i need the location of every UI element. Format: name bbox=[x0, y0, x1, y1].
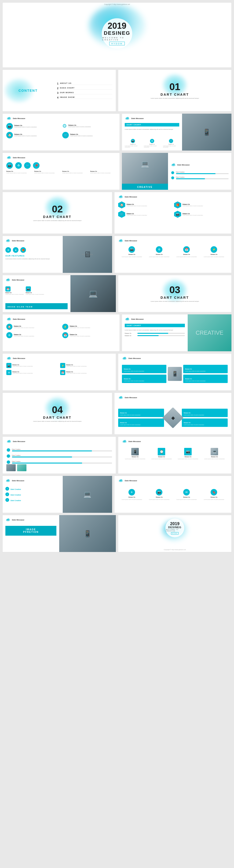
cb-dot-2 bbox=[6, 454, 10, 458]
cl-photo-icon: 💻 bbox=[83, 491, 92, 498]
cloud-icon-hex bbox=[118, 195, 123, 198]
cb-photo-row bbox=[6, 464, 112, 471]
slide-progress: Date Messase 📷 Dataes UsLorem ipsum dolo… bbox=[2, 353, 116, 391]
slide-dart-03: 03 DART CHART Lorem ipsum dolor sit amet… bbox=[118, 275, 232, 312]
b4icon-2: 📷 Dataes Us Lorem ipsum dolor sit amet c… bbox=[149, 489, 170, 500]
cloud-icon-cb bbox=[6, 439, 11, 443]
slide-header-1: Date Messase bbox=[6, 117, 116, 120]
bottom-icon-label-1: Dataes Us bbox=[130, 144, 135, 145]
2x2-item-2: ⚡ Dataes UsLorem ipsum dolor sit amet co… bbox=[62, 324, 116, 330]
icon-circle-3: 🏠 bbox=[6, 132, 13, 138]
b4icon-3: ✉ Dataes Us Lorem ipsum dolor sit amet c… bbox=[177, 489, 197, 500]
team-photo: 💻 bbox=[71, 275, 116, 312]
hex-label-2: Dataes Us bbox=[183, 204, 203, 205]
features-icons-row: ⚙ ★ 🎁 bbox=[5, 247, 60, 253]
image-team-left: Date Messase 📅 Dataes Us Lorem ipsum dol… bbox=[3, 275, 71, 312]
row-12: Date Messase ✓ Date Creative ✓ Date Crea… bbox=[2, 476, 232, 513]
item-text-4: IMAGE SHOW bbox=[60, 96, 112, 99]
cd-label-1: Dataes Us bbox=[120, 412, 127, 413]
cloud-icon-2 bbox=[125, 117, 130, 120]
dart-desc-01: Lorem ipsum dolor sit amet consectetur a… bbox=[151, 97, 199, 99]
4icon-circle-2: ⚙ bbox=[156, 246, 162, 253]
content-item-1: 1 ABOUT US bbox=[57, 82, 112, 85]
date-list-dot-3: ✓ bbox=[5, 498, 9, 502]
teal-box-label-2: Dataes Us bbox=[124, 378, 131, 379]
teal-box-desc-3: Lorem ipsum dolor sit amet consectetur bbox=[185, 370, 226, 372]
features-icon-2: ★ bbox=[13, 247, 19, 253]
dart-number-04: 04 bbox=[52, 405, 63, 415]
cb-row-3: Date Creative bbox=[6, 460, 112, 464]
hex-label-3: Dataes Us bbox=[127, 213, 147, 215]
cloud-icon-team bbox=[5, 278, 10, 282]
cb-row-2: Date Creative bbox=[6, 454, 112, 458]
item-text-1: ABOUT US bbox=[60, 82, 112, 85]
creative-bar-row-2: Date Creative bbox=[171, 176, 229, 180]
team-icon-desc-2: Lorem ipsum dolor sit amet consectetur bbox=[26, 294, 44, 295]
4icon-desc-4: Lorem ipsum dolor sit amet consectetur bbox=[204, 256, 225, 257]
dc-bar-label-2: Dataes Us bbox=[125, 335, 136, 336]
b4icon-circle-2: 📷 bbox=[156, 489, 162, 496]
features-watermark: PPT STORE bbox=[82, 254, 93, 255]
cb-bar-bg-3 bbox=[12, 463, 112, 464]
date-label-1: Date Messase bbox=[13, 117, 25, 120]
4ip-label-1: Dataes Us bbox=[132, 456, 138, 458]
dart-title-03: DART CHART bbox=[160, 296, 189, 300]
slide-final-hero: 2019 DESINEG WELCOME TO CREATIVE HYDO Co… bbox=[118, 515, 232, 552]
4icon-4: ⚡ Dataes Us Lorem ipsum dolor sit amet c… bbox=[204, 246, 225, 257]
cd-right: Dataes Us Lorem ipsum dolor sit amet con… bbox=[182, 409, 228, 427]
slide-dart-01: 01 DART CHART Lorem ipsum dolor sit amet… bbox=[118, 69, 232, 112]
slide-teal-boxes: Date Messase Dataes Us Lorem ipsum dolor… bbox=[118, 353, 232, 391]
cloud-icon-2x2 bbox=[6, 317, 11, 321]
4ip-desc-4: Lorem ipsum dolor sit amet consectetur bbox=[204, 458, 225, 460]
hero-circle: 2019 DESINEG WELCOME TO CREATIVE HYDOM bbox=[102, 19, 132, 49]
2x2-grid: 🏠 Dataes UsLorem ipsum dolor sit amet co… bbox=[6, 324, 116, 338]
hex-item-1: 🏠 Dataes UsLorem ipsum dolor sit amet co… bbox=[118, 202, 172, 209]
row-7: Date Messase 📅 Dataes Us Lorem ipsum dol… bbox=[2, 275, 232, 312]
4icon-label-2: Dataes Us bbox=[156, 254, 163, 255]
slide-header-3: Date Messase bbox=[6, 156, 116, 159]
cloud-icon-teal bbox=[122, 356, 127, 360]
icon-circle-1: 📷 bbox=[6, 123, 13, 129]
final-hero-circle: 2019 DESINEG WELCOME TO CREATIVE HYDO bbox=[165, 519, 184, 537]
slide-hero: Copyright © http://www.pptstore.net 2019… bbox=[2, 2, 232, 68]
svg-point-14 bbox=[120, 195, 122, 198]
b4icon-desc-2: Lorem ipsum dolor sit amet consectetur bbox=[149, 499, 170, 500]
social-label-2: Dataes Us Lorem ipsum dolor sit amet con… bbox=[34, 170, 60, 174]
bottom-icon-2: ⚙ Dataes Us Lorem ipsum dolor sit amet c… bbox=[144, 139, 160, 148]
cd-grid: Dataes Us Lorem ipsum dolor sit amet con… bbox=[118, 404, 228, 432]
4icon-circle-4: ⚡ bbox=[211, 246, 217, 253]
bottom-icon-circle-1: 📷 bbox=[131, 139, 135, 143]
features-icon-3: 🎁 bbox=[20, 247, 26, 253]
date-list-label-1: Date Creative bbox=[10, 489, 21, 490]
team-icon-label-2: Dataes Us bbox=[26, 292, 44, 293]
cb-photo-1 bbox=[6, 464, 16, 471]
bottom-icon-desc-3: Lorem ipsum dolor sit amet consectetur bbox=[163, 146, 180, 148]
final-copyright-text: Copyright © http://www.pptstore.net bbox=[164, 549, 186, 550]
svg-point-29 bbox=[127, 318, 129, 320]
date-list-dot-1: ✓ bbox=[5, 487, 9, 491]
cd-label-4: Dataes Us bbox=[184, 422, 190, 423]
slide-creative-1: CREATIVE 💻 Date Messase Date Creative bbox=[122, 153, 232, 190]
slide-4icons-bottom: Date Messase ✈ Dataes Us Lorem ipsum dol… bbox=[114, 476, 232, 513]
dart-desc-02: Lorem ipsum dolor sit amet consectetur a… bbox=[33, 220, 81, 221]
creative-right-panel: Date Messase Date Creative Date Creative bbox=[168, 153, 231, 190]
slide-creative-list: Date Messase ✓ Date Creative ✓ Date Crea… bbox=[2, 476, 112, 513]
hero-subtitle: WELCOME TO CREATIVE bbox=[102, 37, 132, 41]
icon-desc-4: Lorem ipsum dolor sit amet consectetur bbox=[70, 135, 93, 137]
date-label-cb: Date Messase bbox=[13, 440, 25, 442]
date-label-cl: Date Messase bbox=[12, 479, 24, 482]
teal-right-col: Dataes Us Lorem ipsum dolor sit amet con… bbox=[183, 365, 228, 383]
2x2-label-1: Dataes Us bbox=[14, 326, 34, 327]
2x2-icon-3: ⚙ bbox=[6, 332, 12, 338]
hero-year: 2019 bbox=[108, 22, 126, 30]
prog-icon-4: 📅 bbox=[60, 370, 65, 375]
dc-bar-fill-1 bbox=[137, 333, 168, 334]
slide-creative-date: Date Messase Dataes Us Lorem ipsum dolor… bbox=[114, 393, 232, 435]
recycle-icon: ♻ bbox=[15, 162, 22, 169]
date-label-4icons: Date Messase bbox=[125, 240, 137, 242]
4icon-circle-1: 📷 bbox=[128, 246, 135, 253]
cloud-icon-4ip bbox=[122, 439, 127, 443]
bottom-icon-desc-2: Lorem ipsum dolor sit amet consectetur bbox=[144, 146, 160, 148]
row-2: CONTENT 1 ABOUT US 2 DADA CHART 3 OUR WO… bbox=[2, 69, 232, 112]
row-4: Date Messase 📷 ♻ 🐦 📌 Dataes Us Lorem ips… bbox=[2, 153, 232, 190]
